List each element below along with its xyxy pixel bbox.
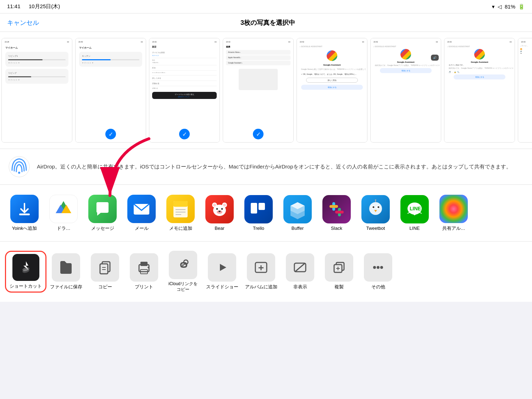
check-circle-3: ✓	[179, 129, 190, 139]
photos-strip[interactable]: 15:28▾▾ マイホーム リビング1 ▼ デバイス ▼ リビング ▼ デバイス…	[0, 32, 532, 149]
action-item-duplicate[interactable]: 複製	[320, 253, 359, 290]
svg-rect-48	[140, 262, 148, 266]
app-icon-tweetbot	[361, 195, 390, 223]
action-item-slideshow[interactable]: スライドショー	[203, 253, 242, 290]
action-icon-copy	[91, 253, 119, 282]
photo-thumb-1: 15:28▾▾ マイホーム リビング1 ▼ デバイス ▼ リビング ▼ デバイス…	[1, 38, 72, 143]
app-item-yoink[interactable]: Yoinkへ追加	[5, 195, 44, 232]
app-item-shared-albums[interactable]: 共有アル…	[434, 195, 473, 232]
app-item-buffer[interactable]: Buffer	[278, 195, 317, 231]
photo-thumb-3: 15:42▾▾ 設定 デバイスを管理3 デバイス 製品TRÅDFRI... 灯台…	[149, 38, 220, 143]
app-icon-notes	[166, 195, 195, 223]
photo-item-7[interactable]: 15:42▾▾ ‹ GOOGLE ASSISTANT Google Assist…	[444, 38, 515, 143]
app-item-slack[interactable]: Slack	[317, 195, 356, 231]
app-icon-bear	[205, 195, 234, 223]
svg-text:LINE: LINE	[410, 206, 421, 211]
svg-point-19	[216, 208, 218, 210]
svg-rect-22	[251, 203, 257, 214]
airdrop-icon	[9, 156, 30, 177]
photo-thumb-7: 15:42▾▾ ‹ GOOGLE ASSISTANT Google Assist…	[444, 38, 515, 143]
action-label-hide: 非表示	[293, 284, 307, 290]
photo-item-3[interactable]: 15:42▾▾ 設定 デバイスを管理3 デバイス 製品TRÅDFRI... 灯台…	[149, 38, 220, 143]
action-item-print[interactable]: プリント	[124, 253, 164, 290]
app-label-gdrive: ドラ…	[57, 225, 71, 232]
status-time: 11:41	[7, 3, 21, 9]
app-label-yoink: Yoinkへ追加	[12, 225, 37, 232]
app-icon-mail	[127, 195, 156, 223]
action-icon-shortcuts	[12, 254, 39, 281]
svg-point-50	[148, 267, 149, 268]
svg-point-20	[221, 208, 223, 210]
svg-rect-9	[173, 201, 188, 207]
action-item-files[interactable]: ファイルに保存	[46, 253, 85, 290]
action-item-icloud[interactable]: iCloudリンクを コピー	[164, 251, 203, 292]
photo-item-6[interactable]: 15:42▾▾ ‹ GOOGLE ASSISTANT Google Assist…	[370, 38, 441, 143]
status-bar: 11:41 10月25日(木) ▾ ◁ 81% 🔋	[0, 0, 532, 13]
app-item-gdrive[interactable]: ドラ…	[44, 195, 83, 232]
wifi-icon: ▾	[492, 4, 495, 10]
app-label-slack: Slack	[331, 226, 342, 231]
photo-item-2[interactable]: 15:40▾▾ マイホーム キッチン ▼ デバイス ▼ ✓	[75, 38, 146, 143]
action-item-hide[interactable]: 非表示	[281, 253, 320, 290]
app-item-trello[interactable]: Trello	[239, 195, 278, 231]
action-icon-slideshow	[208, 253, 236, 282]
app-row[interactable]: Yoinkへ追加 ドラ… メッセージ メール	[0, 185, 532, 242]
svg-point-63	[373, 266, 376, 269]
app-item-messages[interactable]: メッセージ	[83, 195, 122, 232]
photo-item-8[interactable]: 15:43 ‹ デバイ... 📶 🔊 ☁	[518, 38, 532, 143]
action-icon-files	[52, 253, 80, 282]
app-label-messages: メッセージ	[91, 225, 114, 232]
svg-point-21	[218, 211, 221, 212]
status-icons: ▾ ◁ 81% 🔋	[492, 4, 525, 10]
photo-item-5[interactable]: 15:42▾▾ ‹ GOOGLE ASSISTANT Google Assist…	[297, 38, 367, 143]
svg-point-35	[378, 206, 379, 208]
app-icon-trello	[244, 195, 273, 223]
svg-point-64	[377, 266, 379, 269]
app-item-notes[interactable]: メモに追加	[161, 195, 200, 232]
svg-rect-29	[329, 205, 338, 208]
action-item-add-album[interactable]: アルバムに追加	[242, 253, 281, 290]
svg-marker-53	[220, 264, 226, 271]
app-icon-slack	[322, 195, 351, 223]
status-date: 10月25日(木)	[29, 3, 60, 9]
action-icon-icloud	[169, 251, 197, 279]
action-item-more[interactable]: その他	[359, 253, 398, 290]
app-icon-buffer	[283, 195, 312, 223]
app-item-line[interactable]: LINE LINE	[395, 195, 434, 231]
action-label-print: プリント	[135, 284, 153, 290]
app-label-line: LINE	[410, 226, 420, 231]
svg-line-58	[295, 263, 305, 272]
photo-item-4[interactable]: 15:42▾▾ 連携 Amazon Alexa › Apple HomeKit …	[223, 38, 294, 143]
app-item-bear[interactable]: Bear	[200, 195, 239, 231]
action-item-shortcuts[interactable]: ショートカット	[5, 251, 46, 293]
app-label-mail: メール	[135, 225, 149, 232]
photo-thumb-2: 15:40▾▾ マイホーム キッチン ▼ デバイス ▼ ✓	[75, 38, 146, 143]
photo-thumb-5: 15:42▾▾ ‹ GOOGLE ASSISTANT Google Assist…	[297, 38, 367, 143]
action-label-icloud: iCloudリンクを コピー	[168, 281, 198, 292]
action-label-shortcuts: ショートカット	[10, 283, 42, 289]
svg-point-65	[380, 266, 383, 269]
app-item-mail[interactable]: メール	[122, 195, 161, 232]
app-icon-shared-albums	[439, 195, 468, 223]
app-label-bear: Bear	[215, 226, 224, 231]
nav-bar: キャンセル 3枚の写真を選択中	[0, 13, 532, 32]
svg-point-38	[375, 199, 376, 201]
nav-title: 3枚の写真を選択中	[240, 18, 295, 27]
action-icon-album	[247, 253, 275, 282]
airdrop-section: AirDrop。近くの人と簡単に共有できます。iOSではコントロールセンターから…	[0, 149, 532, 185]
svg-point-1	[18, 172, 20, 174]
app-item-tweetbot[interactable]: Tweetbot	[356, 195, 395, 231]
svg-rect-23	[259, 203, 265, 210]
action-icon-print	[130, 253, 158, 282]
check-circle-2: ✓	[105, 129, 116, 139]
battery-label: 81%	[505, 4, 515, 10]
app-label-notes: メモに追加	[169, 225, 192, 232]
action-row[interactable]: ショートカット ファイルに保存 コピー	[0, 242, 532, 302]
photo-thumb-8: 15:43 ‹ デバイ... 📶 🔊 ☁	[518, 38, 532, 143]
action-item-copy[interactable]: コピー	[85, 253, 124, 290]
photo-item-1[interactable]: 15:28▾▾ マイホーム リビング1 ▼ デバイス ▼ リビング ▼ デバイス…	[1, 38, 72, 143]
action-icon-hide	[286, 253, 314, 282]
svg-rect-44	[100, 264, 108, 274]
cancel-button[interactable]: キャンセル	[7, 18, 39, 27]
action-label-more: その他	[371, 284, 385, 290]
